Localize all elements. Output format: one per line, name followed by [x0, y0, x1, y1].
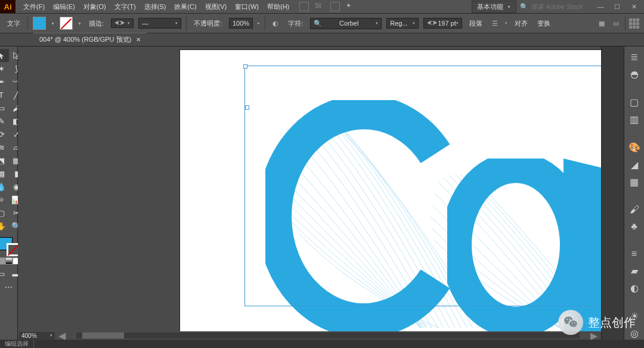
app-logo: Ai — [0, 0, 16, 13]
svg-point-0 — [456, 167, 575, 322]
h-scrollbar[interactable] — [76, 333, 580, 338]
menu-view[interactable]: 视图(V) — [201, 0, 231, 13]
menu-help[interactable]: 帮助(H) — [263, 0, 293, 13]
status-mode: 编组选择 — [0, 340, 34, 348]
fill-stroke-box[interactable] — [0, 236, 20, 256]
stroke-swatch[interactable] — [60, 17, 73, 30]
tab-label: 004* @ 400% (RGB/GPU 预览) — [39, 35, 131, 44]
gpu-icon[interactable]: ✦ — [346, 2, 355, 11]
window-minimize[interactable]: — — [594, 2, 607, 11]
document-tab[interactable]: 004* @ 400% (RGB/GPU 预览) ✕ — [33, 33, 147, 46]
symbol-sprayer-tool[interactable]: ✧ — [0, 193, 9, 206]
swatches-icon[interactable]: ▦ — [628, 176, 641, 188]
ref-point-widget[interactable] — [629, 18, 639, 29]
document-tab-bar: 004* @ 400% (RGB/GPU 预览) ✕ — [0, 33, 644, 46]
para-panel-label[interactable]: 段落 — [467, 19, 485, 28]
symbols-icon[interactable]: ♣ — [628, 221, 641, 232]
mesh-tool[interactable]: ▩ — [0, 167, 9, 180]
menu-edit[interactable]: 编辑(E) — [49, 0, 79, 13]
arrange-icon[interactable] — [330, 2, 340, 11]
artboard-tool[interactable]: ▢ — [0, 206, 9, 219]
layers-panel-icon[interactable]: ≣ — [628, 51, 641, 63]
menu-file[interactable]: 文件(F) — [19, 0, 49, 13]
hand-tool[interactable]: ✋ — [0, 219, 9, 232]
eyedropper-tool[interactable]: 💧 — [0, 180, 9, 193]
asset-panel-icon[interactable]: ▥ — [628, 114, 641, 125]
menu-window[interactable]: 窗口(W) — [231, 0, 263, 13]
font-size-field[interactable]: ⮜⮞197 pt▾ — [423, 18, 462, 29]
window-close[interactable]: ✕ — [627, 2, 640, 11]
right-dock-collapsed[interactable] — [601, 46, 624, 340]
stock-search[interactable]: 🔍 — [520, 3, 590, 11]
menu-bar: 文件(F) 编辑(E) 对象(O) 文字(T) 选择(S) 效果(C) 视图(V… — [19, 0, 293, 13]
shape-builder-tool[interactable]: ⬔ — [0, 154, 9, 167]
opacity-label: 不透明度: — [191, 19, 224, 28]
char-panel-label[interactable]: 字符: — [286, 19, 305, 28]
bridge-icon[interactable] — [299, 2, 309, 11]
tools-panel-left: ✶⟆ ✒〰 T╱ ▭🖌 ✎◧ ⟳⤢ ≋▱ ⬔▦ ▩▮ 💧◉ ✧📊 ▢✂ ✋🔍 ▭… — [0, 46, 18, 340]
font-family-field[interactable]: 🔍Corbel▾ — [310, 18, 382, 29]
gradient-panel-icon[interactable]: ▰ — [628, 265, 641, 276]
glyph-c — [265, 100, 456, 333]
recolor-icon[interactable]: ◐ — [270, 18, 281, 29]
vp-profile-field[interactable]: —▾ — [138, 18, 181, 29]
cc-lib-icon[interactable]: ◓ — [628, 69, 641, 80]
color-guide-icon[interactable]: ◢ — [628, 159, 641, 170]
edit-toolbar[interactable]: ⋯ — [1, 280, 16, 293]
rotate-tool[interactable]: ⟳ — [0, 128, 9, 141]
transparency-icon[interactable]: ◐ — [628, 282, 641, 294]
color-panel-icon[interactable]: 🎨 — [628, 142, 641, 153]
rectangle-tool[interactable]: ▭ — [0, 101, 9, 114]
menu-effect[interactable]: 效果(C) — [170, 0, 200, 13]
search-icon: 🔍 — [520, 3, 528, 11]
bottom-scroll-row: 400%▾ ◀ ▶ — [18, 331, 601, 340]
paragraph-icon[interactable]: ☰ — [490, 18, 500, 29]
font-style-field[interactable]: Reg...▾ — [386, 18, 419, 29]
transform-label[interactable]: 变换 — [535, 19, 553, 28]
menu-object[interactable]: 对象(O) — [79, 0, 110, 13]
artboard-panel-icon[interactable]: ▢ — [628, 97, 641, 108]
stroke-panel-icon[interactable]: ≡ — [628, 248, 641, 259]
menu-type[interactable]: 文字(T) — [110, 0, 140, 13]
pen-tool[interactable]: ✒ — [0, 75, 9, 88]
opacity-field[interactable]: 100% — [229, 18, 253, 29]
magic-wand-tool[interactable]: ✶ — [0, 62, 9, 75]
selection-tool[interactable] — [0, 49, 9, 62]
fill-swatch[interactable] — [33, 17, 46, 30]
graphic-styles-icon[interactable]: ◎ — [628, 328, 641, 339]
status-bar: 编组选择 — [0, 340, 644, 348]
top-extra-icons: St ✦ — [299, 2, 355, 11]
title-bar: Ai 文件(F) 编辑(E) 对象(O) 文字(T) 选择(S) 效果(C) 视… — [0, 0, 644, 13]
menu-select[interactable]: 选择(S) — [140, 0, 171, 13]
stroke-label: 描边: — [86, 19, 106, 28]
width-tool[interactable]: ≋ — [0, 141, 9, 154]
stock-icon[interactable]: St — [315, 2, 324, 11]
right-icon-dock: ≣ ◓ ▢ ▥ 🎨 ◢ ▦ 🖌 ♣ ≡ ▰ ◐ ☀ ◎ ⊞ ▣ — [624, 46, 644, 340]
align-label[interactable]: 对齐 — [512, 19, 530, 28]
workspace-selector[interactable]: 基本功能▼ — [472, 1, 516, 13]
stroke-weight-field[interactable]: ⮜⮞▾ — [111, 18, 134, 28]
type-tool[interactable]: T — [0, 88, 9, 101]
tool-name-label: 文字 — [5, 19, 23, 28]
zoom-dropdown[interactable]: 400%▾ — [19, 332, 55, 340]
screen-mode-normal[interactable]: ▭ — [0, 267, 9, 280]
mask-icon[interactable]: ▭ — [611, 18, 621, 29]
isolate-icon[interactable]: ▦ — [596, 18, 607, 29]
glyph-next — [564, 159, 601, 331]
shaper-tool[interactable]: ✎ — [0, 114, 9, 128]
options-bar: 文字 ▼ ▼ 描边: ⮜⮞▾ —▾ 不透明度: 100%▸ ◐ 字符: 🔍Cor… — [0, 13, 644, 33]
tab-close-icon[interactable]: ✕ — [136, 36, 141, 43]
appearance-icon[interactable]: ☀ — [628, 310, 641, 322]
brushes-icon[interactable]: 🖌 — [628, 204, 641, 215]
canvas[interactable]: 400%▾ ◀ ▶ — [18, 46, 601, 340]
window-maximize[interactable]: ☐ — [611, 2, 624, 11]
color-mode-row[interactable] — [0, 257, 20, 265]
stock-search-input[interactable] — [531, 3, 590, 10]
